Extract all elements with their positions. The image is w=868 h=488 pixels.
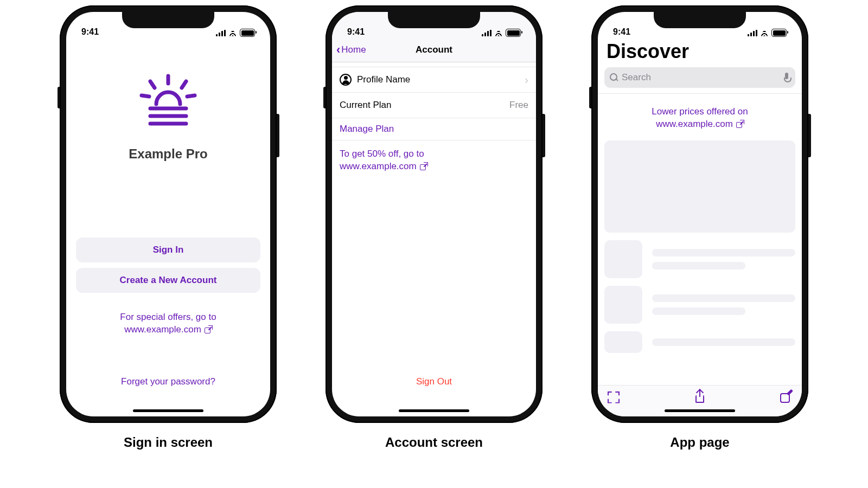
status-time: 9:41 [81, 27, 99, 37]
promo-line2: www.example.com [124, 324, 201, 336]
home-indicator [665, 409, 735, 412]
placeholder-hero [604, 140, 795, 233]
status-time: 9:41 [613, 27, 630, 37]
search-placeholder: Search [622, 72, 651, 83]
placeholder-line [652, 338, 795, 346]
promo-line1: For special offers, go to [120, 311, 216, 324]
cellular-icon [748, 30, 757, 36]
phone-signin: 9:41 [60, 5, 277, 423]
scan-icon[interactable] [608, 391, 620, 403]
promo-line2: www.example.com [340, 160, 417, 173]
promo-link[interactable]: For special offers, go to www.example.co… [120, 311, 216, 336]
home-indicator [399, 409, 469, 412]
current-plan-row: Current Plan Free [332, 93, 536, 118]
forgot-password-link[interactable]: Forget your password? [121, 376, 215, 387]
plan-label: Current Plan [340, 100, 391, 111]
placeholder-line [652, 249, 795, 256]
svg-line-2 [182, 81, 186, 88]
placeholder-thumb [604, 286, 642, 324]
manage-plan-label: Manage Plan [340, 124, 394, 134]
promo-link[interactable]: To get 50% off, go to www.example.com [332, 140, 536, 181]
caption-signin: Sign in screen [124, 435, 213, 450]
home-indicator [133, 409, 203, 412]
profile-row[interactable]: Profile Name › [332, 67, 536, 93]
cellular-icon [216, 30, 226, 36]
mic-icon[interactable] [783, 73, 790, 82]
notch [122, 12, 214, 28]
external-link-icon [205, 326, 212, 333]
page-title: Discover [598, 38, 802, 67]
placeholder-row [604, 240, 795, 278]
notch [388, 12, 480, 28]
external-link-icon [736, 120, 744, 128]
manage-plan-link[interactable]: Manage Plan [332, 118, 536, 140]
plan-value: Free [509, 100, 528, 111]
search-icon [610, 73, 618, 82]
share-icon[interactable] [694, 391, 706, 403]
placeholder-row [604, 286, 795, 324]
placeholder-thumb [604, 331, 642, 353]
promo-banner[interactable]: Lower prices offered on www.example.com [598, 94, 802, 140]
brand-title: Example Pro [129, 146, 207, 162]
search-field[interactable]: Search [604, 67, 795, 88]
cellular-icon [482, 30, 492, 36]
promo-line1: Lower prices offered on [603, 106, 796, 118]
chevron-right-icon: › [525, 74, 528, 86]
promo-line2: www.example.com [656, 118, 733, 131]
placeholder-line [652, 262, 745, 269]
nav-title: Account [332, 44, 536, 55]
wifi-icon [494, 30, 503, 36]
status-time: 9:41 [347, 27, 365, 37]
nav-bar: ‹ Home Account [332, 38, 536, 62]
placeholder-thumb [604, 240, 642, 278]
svg-line-3 [142, 95, 149, 97]
placeholder-line [652, 307, 745, 315]
app-logo-icon [138, 74, 198, 130]
content-placeholders [598, 140, 802, 353]
phone-app-page: 9:41 Discover Search Lower prices offere… [591, 5, 808, 423]
placeholder-line [652, 294, 795, 302]
create-account-button[interactable]: Create a New Account [76, 268, 260, 293]
battery-icon [506, 29, 521, 37]
external-link-icon [420, 163, 427, 170]
compose-icon[interactable] [780, 391, 792, 403]
placeholder-row [604, 331, 795, 353]
sign-in-button[interactable]: Sign In [76, 237, 260, 262]
phone-account: 9:41 ‹ Home Account [326, 5, 542, 423]
wifi-icon [760, 30, 769, 36]
promo-line1: To get 50% off, go to [340, 148, 528, 160]
svg-line-1 [150, 81, 155, 88]
svg-line-4 [187, 95, 195, 97]
battery-icon [771, 29, 787, 37]
person-icon [340, 74, 352, 86]
caption-account: Account screen [385, 435, 483, 450]
sign-out-button[interactable]: Sign Out [332, 376, 536, 387]
notch [654, 12, 746, 28]
battery-icon [240, 29, 255, 37]
caption-app-page: App page [670, 435, 729, 450]
wifi-icon [228, 30, 237, 36]
profile-label: Profile Name [357, 74, 410, 85]
